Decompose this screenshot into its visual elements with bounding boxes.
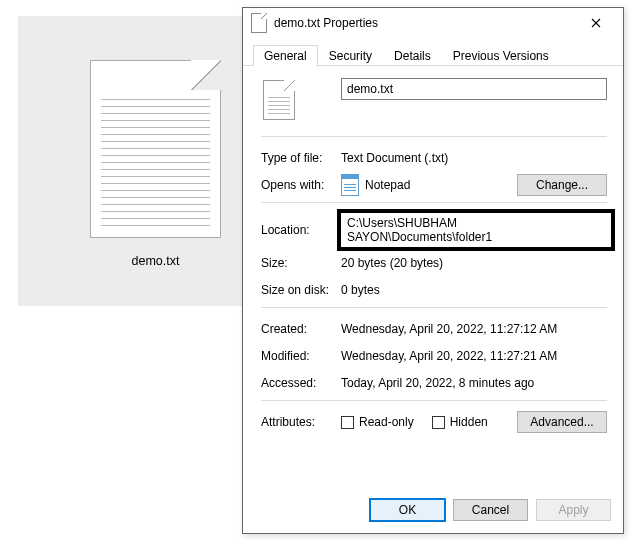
tab-details[interactable]: Details [383,45,442,66]
hidden-checkbox[interactable]: Hidden [432,415,488,429]
properties-dialog: demo.txt Properties General Security Det… [242,7,624,534]
value-created: Wednesday, April 20, 2022, 11:27:12 AM [341,322,607,336]
change-button[interactable]: Change... [517,174,607,196]
close-icon [591,18,601,28]
readonly-label: Read-only [359,415,414,429]
tab-general[interactable]: General [253,45,318,66]
notepad-icon [341,174,359,196]
label-size: Size: [261,256,341,270]
titlebar-file-icon [251,13,267,33]
checkbox-box-icon [432,416,445,429]
label-accessed: Accessed: [261,376,341,390]
value-location: C:\Users\SHUBHAM SAYON\Documents\folder1 [337,209,615,251]
dialog-button-bar: OK Cancel Apply [243,489,623,533]
ok-button[interactable]: OK [370,499,445,521]
tab-previous-versions[interactable]: Previous Versions [442,45,560,66]
apply-button: Apply [536,499,611,521]
value-modified: Wednesday, April 20, 2022, 11:27:21 AM [341,349,607,363]
label-opens-with: Opens with: [261,178,341,192]
file-thumbnail-label[interactable]: demo.txt [132,254,180,268]
readonly-checkbox[interactable]: Read-only [341,415,414,429]
close-button[interactable] [577,9,615,37]
titlebar[interactable]: demo.txt Properties [243,8,623,38]
label-size-on-disk: Size on disk: [261,283,341,297]
hidden-label: Hidden [450,415,488,429]
tab-content: Type of file: Text Document (.txt) Opens… [243,66,623,489]
checkbox-box-icon [341,416,354,429]
value-accessed: Today, April 20, 2022, 8 minutes ago [341,376,607,390]
label-modified: Modified: [261,349,341,363]
filename-input[interactable] [341,78,607,100]
value-size: 20 bytes (20 bytes) [341,256,607,270]
tabstrip: General Security Details Previous Versio… [243,38,623,66]
window-title: demo.txt Properties [274,16,577,30]
value-size-on-disk: 0 bytes [341,283,607,297]
value-type-of-file: Text Document (.txt) [341,151,607,165]
value-opens-with: Notepad [365,178,410,192]
file-type-icon [263,80,295,120]
advanced-button[interactable]: Advanced... [517,411,607,433]
label-attributes: Attributes: [261,415,341,429]
label-location: Location: [261,223,341,237]
label-created: Created: [261,322,341,336]
file-thumbnail[interactable] [90,60,221,238]
tab-security[interactable]: Security [318,45,383,66]
label-type-of-file: Type of file: [261,151,341,165]
cancel-button[interactable]: Cancel [453,499,528,521]
